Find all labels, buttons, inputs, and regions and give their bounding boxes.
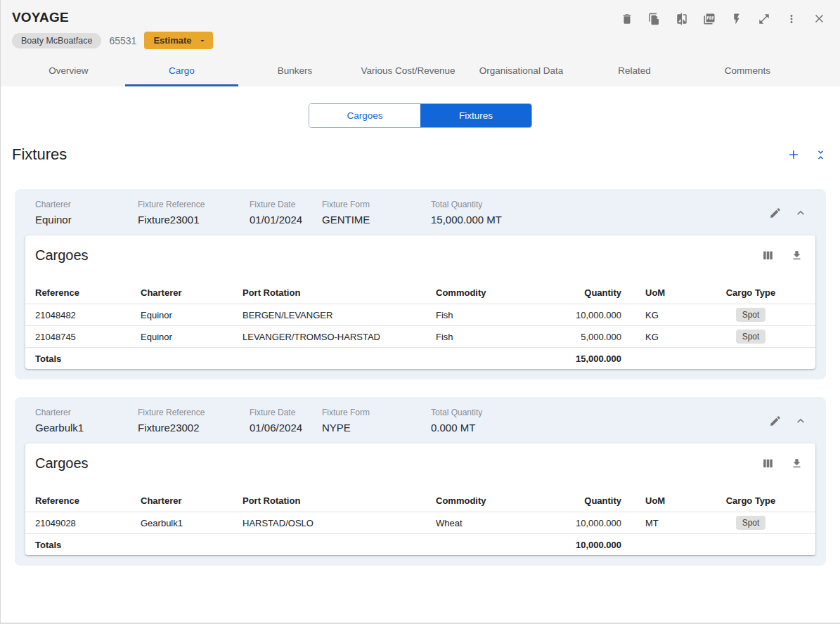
cell-charterer: Equinor: [141, 310, 243, 320]
collapse-fixture-button[interactable]: [794, 414, 808, 428]
col-commodity[interactable]: Commodity: [436, 287, 555, 298]
duplicate-button[interactable]: [648, 13, 661, 25]
charterer-value: Gearbulk1: [35, 422, 131, 434]
cell-port-rotation: BERGEN/LEVANGER: [243, 310, 436, 320]
page-title: VOYAGE: [12, 10, 69, 25]
fixture-form-value: GENTIME: [322, 214, 424, 226]
col-uom[interactable]: UoM: [633, 287, 696, 298]
cell-charterer: Equinor: [141, 332, 243, 342]
cell-uom: MT: [633, 518, 696, 528]
bolt-icon: [730, 13, 743, 25]
pencil-icon: [769, 207, 782, 219]
field-label: Fixture Reference: [138, 408, 243, 417]
col-uom[interactable]: UoM: [633, 495, 696, 506]
pencil-icon: [769, 415, 782, 427]
collapse-all-button[interactable]: [814, 148, 827, 162]
tab-comments[interactable]: Comments: [691, 56, 804, 86]
cell-reference: 21048745: [35, 332, 141, 342]
totals-quantity: 10,000.000: [555, 540, 633, 550]
col-charterer[interactable]: Charterer: [141, 495, 243, 506]
fixture-card-1: ChartererEquinor Fixture ReferenceFixtur…: [15, 189, 826, 379]
fixture-1-summary: ChartererEquinor Fixture ReferenceFixtur…: [15, 189, 826, 234]
field-label: Charterer: [35, 408, 131, 417]
charterer-value: Equinor: [35, 214, 131, 226]
cell-commodity: Fish: [436, 332, 555, 342]
cell-port-rotation: LEVANGER/TROMSO-HARSTAD: [243, 332, 436, 342]
tab-related[interactable]: Related: [578, 56, 691, 86]
add-fixture-button[interactable]: [787, 148, 801, 162]
totals-row: Totals 10,000.000: [25, 533, 815, 555]
more-menu-button[interactable]: [785, 13, 798, 25]
cell-reference: 21048482: [35, 310, 141, 320]
col-cargo-type[interactable]: Cargo Type: [696, 495, 806, 506]
duplicate-icon: [648, 13, 661, 25]
toggle-cargoes[interactable]: Cargoes: [309, 104, 420, 127]
tab-bunkers[interactable]: Bunkers: [238, 56, 351, 86]
fixture-card-2: ChartererGearbulk1 Fixture ReferenceFixt…: [15, 397, 826, 566]
col-port-rotation[interactable]: Port Rotation: [243, 495, 436, 506]
cell-commodity: Wheat: [436, 518, 555, 528]
download-icon: [791, 457, 803, 469]
tab-cargo[interactable]: Cargo: [125, 56, 238, 86]
column-settings-button[interactable]: [762, 457, 774, 469]
total-quantity-value: 0.000 MT: [431, 422, 762, 434]
col-port-rotation[interactable]: Port Rotation: [243, 287, 436, 298]
fixture-date-value: 01/06/2024: [250, 422, 315, 434]
cell-commodity: Fish: [436, 310, 555, 320]
cell-quantity: 5,000.000: [555, 332, 633, 342]
table-header-row: Reference Charterer Port Rotation Commod…: [25, 281, 815, 304]
tab-bar: Overview Cargo Bunkers Various Cost/Reve…: [12, 56, 829, 86]
tab-various-cost-revenue[interactable]: Various Cost/Revenue: [351, 56, 465, 86]
totals-label: Totals: [35, 353, 141, 364]
table-row[interactable]: 21049028 Gearbulk1 HARSTAD/OSLO Wheat 10…: [25, 512, 815, 533]
table-row[interactable]: 21048745 Equinor LEVANGER/TROMSO-HARSTAD…: [25, 325, 815, 347]
cargo-type-badge: Spot: [736, 308, 766, 322]
estimate-dropdown-button[interactable]: Estimate: [144, 32, 212, 49]
table-row[interactable]: 21048482 Equinor BERGEN/LEVANGER Fish 10…: [25, 304, 815, 325]
unfold-less-icon: [814, 148, 827, 162]
field-label: Fixture Form: [322, 200, 424, 209]
delete-button[interactable]: [621, 13, 633, 25]
col-cargo-type[interactable]: Cargo Type: [696, 287, 806, 298]
vessel-chip[interactable]: Boaty McBoatface: [12, 33, 101, 48]
col-charterer[interactable]: Charterer: [141, 287, 243, 298]
pdf-button[interactable]: [703, 13, 716, 25]
col-reference[interactable]: Reference: [35, 495, 141, 506]
field-label: Total Quantity: [431, 408, 762, 417]
download-button[interactable]: [791, 457, 803, 469]
field-label: Fixture Date: [250, 200, 315, 209]
columns-icon: [762, 457, 774, 469]
cell-charterer: Gearbulk1: [141, 518, 243, 528]
compare-button[interactable]: [676, 13, 688, 25]
compare-icon: [676, 13, 688, 25]
col-quantity[interactable]: Quantity: [555, 495, 633, 506]
col-reference[interactable]: Reference: [35, 287, 141, 298]
download-button[interactable]: [791, 249, 803, 261]
fixture-form-value: NYPE: [322, 422, 424, 434]
expand-button[interactable]: [758, 13, 770, 25]
col-quantity[interactable]: Quantity: [555, 287, 633, 298]
estimate-label: Estimate: [153, 35, 191, 46]
edit-fixture-button[interactable]: [769, 207, 782, 219]
field-label: Fixture Reference: [138, 200, 243, 209]
close-button[interactable]: [813, 12, 826, 25]
col-commodity[interactable]: Commodity: [436, 495, 555, 506]
cell-uom: KG: [633, 310, 696, 320]
plus-icon: [787, 148, 801, 162]
more-vert-icon: [785, 13, 798, 25]
section-title: Fixtures: [12, 145, 67, 164]
cargoes-panel-2: Cargoes Reference Charterer Port Rotatio…: [25, 443, 815, 555]
cell-port-rotation: HARSTAD/OSLO: [243, 518, 436, 528]
tab-organisational-data[interactable]: Organisational Data: [465, 56, 578, 86]
totals-label: Totals: [35, 540, 141, 550]
collapse-fixture-button[interactable]: [794, 206, 808, 220]
quick-actions-button[interactable]: [730, 13, 743, 25]
toggle-fixtures[interactable]: Fixtures: [420, 104, 531, 127]
column-settings-button[interactable]: [762, 249, 774, 261]
delete-icon: [621, 13, 633, 25]
cell-uom: KG: [633, 332, 696, 342]
totals-quantity: 15,000.000: [555, 353, 633, 364]
tab-overview[interactable]: Overview: [12, 56, 125, 86]
edit-fixture-button[interactable]: [769, 415, 782, 427]
cargoes-panel-1: Cargoes Reference Charterer Port Rotatio…: [25, 235, 815, 369]
